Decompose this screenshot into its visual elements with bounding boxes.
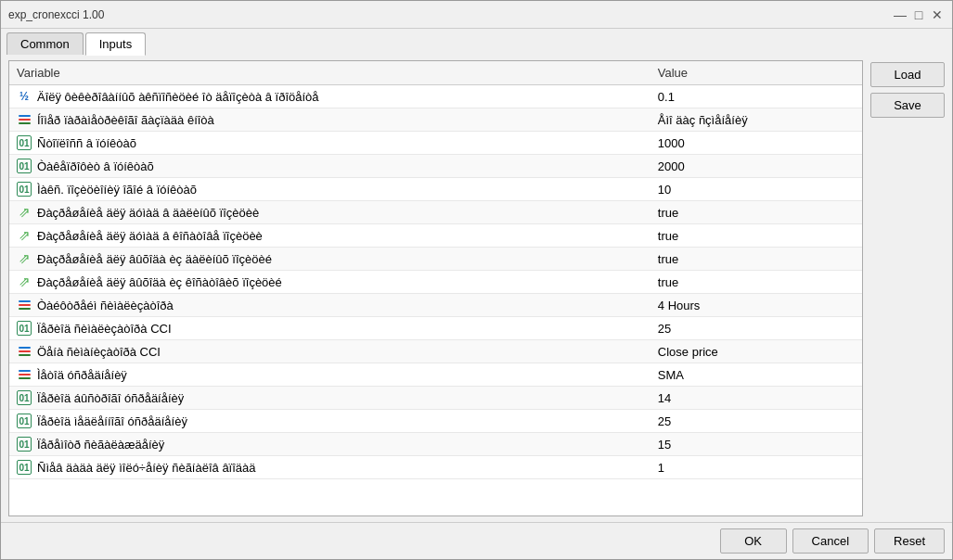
variable-cell: Íîìåð ïàðàìåòðèêîãî ãàçïàäà êíîòà bbox=[9, 108, 650, 131]
variable-text: Ñìåâ äàäà äëÿ ìîëó÷åíèÿ ñèãíàëîâ âïîäàä bbox=[37, 461, 256, 475]
lines-icon bbox=[17, 367, 32, 382]
variable-text: Ïåðèîä áûñòðîãî óñðåäíåíèÿ bbox=[37, 391, 184, 405]
main-content: Variable Value ½Äîëÿ ôèêèðîâàííûõ àêñïîñ… bbox=[1, 55, 952, 522]
title-bar: exp_cronexcci 1.00 — □ ✕ bbox=[1, 1, 952, 29]
value-cell: true bbox=[650, 201, 862, 224]
title-bar-controls: — □ ✕ bbox=[893, 7, 945, 22]
variable-text: Ðàçðåøåíèå äëÿ âûõîäà èç êîñàòîâèõ ïîçèö… bbox=[37, 275, 282, 289]
variable-text: Íîìåð ïàðàìåòðèêîãî ãàçïàäà êíîòà bbox=[37, 113, 214, 127]
inputs-table: Variable Value ½Äîëÿ ôèêèðîâàííûõ àêñïîñ… bbox=[9, 61, 862, 479]
variable-text: Òàéôòðåéì ñèìàëèçàòîðà bbox=[37, 299, 174, 312]
variable-text: Ïåðèîä ìåäëåííîãî óñðåäíåíèÿ bbox=[37, 414, 187, 428]
value-cell: 14 bbox=[650, 387, 862, 410]
variable-cell: Òàéôòðåéì ñèìàëèçàòîðà bbox=[9, 294, 650, 316]
arrow-icon: ⇗ bbox=[17, 251, 32, 266]
variable-text: Òàêåïðîôèò â ïóíêòàõ bbox=[37, 159, 154, 173]
variable-cell: 01Ïåðèîä áûñòðîãî óñðåäíåíèÿ bbox=[9, 387, 650, 409]
value-cell: 1 bbox=[650, 456, 862, 479]
table-row: ½Äîëÿ ôèêèðîâàííûõ àêñïîñèöèé îò äåïîçèò… bbox=[9, 85, 862, 108]
value-cell: true bbox=[650, 271, 862, 294]
variable-text: Ðàçðåøåíèå äëÿ äóìàä â êîñàòîâå ïîçèöèè bbox=[37, 229, 263, 243]
table-row: Öåíà ñèìàíèçàòîðà CCIClose price bbox=[9, 340, 862, 363]
load-button[interactable]: Load bbox=[870, 62, 945, 87]
value-cell: 0.1 bbox=[650, 85, 862, 108]
table-area: Variable Value ½Äîëÿ ôèêèðîâàííûõ àêñïîñ… bbox=[8, 60, 863, 516]
cancel-button[interactable]: Cancel bbox=[792, 528, 869, 554]
half-icon: ½ bbox=[17, 89, 32, 104]
lines-icon bbox=[17, 298, 32, 312]
variable-text: Ñòîïëîññ â ïóíêòàõ bbox=[37, 136, 136, 150]
window-title: exp_cronexcci 1.00 bbox=[8, 8, 104, 21]
minimize-button[interactable]: — bbox=[893, 7, 908, 22]
01-icon: 01 bbox=[17, 159, 32, 173]
maximize-button[interactable]: □ bbox=[911, 7, 926, 22]
variable-cell: 01Ïåðèîä ìåäëåííîãî óñðåäíåíèÿ bbox=[9, 410, 650, 432]
01-icon: 01 bbox=[17, 437, 32, 452]
01-icon: 01 bbox=[17, 460, 32, 475]
table-row: ⇗Ðàçðåøåíèå äëÿ âûõîäà èç êîñàòîâèõ ïîçè… bbox=[9, 271, 862, 294]
tab-bar: Common Inputs bbox=[1, 29, 952, 55]
table-row: 01Òàêåïðîôèò â ïóíêòàõ2000 bbox=[9, 155, 862, 178]
01-icon: 01 bbox=[17, 182, 32, 197]
table-row: 01Ïåðèîä áûñòðîãî óñðåäíåíèÿ14 bbox=[9, 387, 862, 410]
table-row: ⇗Ðàçðåøåíèå äëÿ äóìàä â äàëèíûõ ïîçèöèèt… bbox=[9, 201, 862, 224]
table-row: 01Ñìåâ äàäà äëÿ ìîëó÷åíèÿ ñèãíàëîâ âïîäà… bbox=[9, 456, 862, 479]
01-icon: 01 bbox=[17, 321, 32, 336]
variable-cell: 01Ìàêñ. ïîçèöèîíèÿ îãîé â ïóíêòàõ bbox=[9, 178, 650, 200]
side-buttons: Load Save bbox=[870, 60, 945, 516]
table-row: Ìåòîä óñðåäíåíèÿSMA bbox=[9, 363, 862, 387]
table-row: 01Ìàêñ. ïîçèöèîíèÿ îãîé â ïóíêòàõ10 bbox=[9, 178, 862, 201]
value-cell: true bbox=[650, 248, 862, 271]
variable-text: Ðàçðåøåíèå äëÿ âûõîäà èç äàëèíûõ ïîçèöèé bbox=[37, 252, 272, 266]
value-cell: 2000 bbox=[650, 155, 862, 178]
lines-icon bbox=[17, 344, 32, 359]
table-row: Íîìåð ïàðàìåòðèêîãî ãàçïàäà êíîòàÅìî äàç… bbox=[9, 108, 862, 132]
table-row: 01Ïåðèîä ñèìàëèçàòîðà CCI25 bbox=[9, 317, 862, 340]
variable-cell: 01Ïåðåìîòð ñèãàëàæäåíèÿ bbox=[9, 433, 650, 455]
value-cell: 25 bbox=[650, 317, 862, 340]
table-row: ⇗Ðàçðåøåíèå äëÿ âûõîäà èç äàëèíûõ ïîçèöè… bbox=[9, 248, 862, 271]
arrow-icon: ⇗ bbox=[17, 205, 32, 220]
variable-cell: 01Ñìåâ äàäà äëÿ ìîëó÷åíèÿ ñèãíàëîâ âïîäà… bbox=[9, 456, 650, 478]
variable-cell: ⇗Ðàçðåøåíèå äëÿ äóìàä â äàëèíûõ ïîçèöèè bbox=[9, 201, 650, 223]
value-cell: 1000 bbox=[650, 132, 862, 155]
table-row: 01Ïåðåìîòð ñèãàëàæäåíèÿ15 bbox=[9, 433, 862, 456]
variable-cell: ½Äîëÿ ôèêèðîâàííûõ àêñïîñèöèé îò äåïîçèò… bbox=[9, 85, 650, 108]
variable-text: Ïåðåìîòð ñèãàëàæäåíèÿ bbox=[37, 438, 164, 452]
variable-text: Öåíà ñèìàíèçàòîðà CCI bbox=[37, 345, 161, 359]
tab-inputs[interactable]: Inputs bbox=[85, 32, 146, 56]
variable-text: Ðàçðåøåíèå äëÿ äóìàä â äàëèíûõ ïîçèöèè bbox=[37, 206, 259, 220]
value-cell: 25 bbox=[650, 410, 862, 433]
close-button[interactable]: ✕ bbox=[930, 7, 945, 22]
lines-icon bbox=[17, 112, 32, 127]
col-value-header: Value bbox=[650, 61, 862, 85]
ok-button[interactable]: OK bbox=[720, 528, 787, 554]
tab-common[interactable]: Common bbox=[6, 32, 84, 55]
value-cell: 15 bbox=[650, 433, 862, 456]
save-button[interactable]: Save bbox=[870, 93, 945, 118]
value-cell: Åìî äàç ñçìåíåíèÿ bbox=[650, 108, 862, 132]
table-row: 01Ïåðèîä ìåäëåííîãî óñðåäíåíèÿ25 bbox=[9, 410, 862, 433]
reset-button[interactable]: Reset bbox=[874, 528, 945, 554]
variable-cell: ⇗Ðàçðåøåíèå äëÿ äóìàä â êîñàòîâå ïîçèöèè bbox=[9, 224, 650, 247]
value-cell: SMA bbox=[650, 363, 862, 387]
01-icon: 01 bbox=[17, 414, 32, 428]
arrow-icon: ⇗ bbox=[17, 228, 32, 243]
variable-cell: ⇗Ðàçðåøåíèå äëÿ âûõîäà èç êîñàòîâèõ ïîçè… bbox=[9, 271, 650, 293]
arrow-icon: ⇗ bbox=[17, 274, 32, 289]
variable-cell: ⇗Ðàçðåøåíèå äëÿ âûõîäà èç äàëèíûõ ïîçèöè… bbox=[9, 248, 650, 270]
value-cell: 10 bbox=[650, 178, 862, 201]
variable-cell: 01Ñòîïëîññ â ïóíêòàõ bbox=[9, 132, 650, 154]
table-row: 01Ñòîïëîññ â ïóíêòàõ1000 bbox=[9, 132, 862, 155]
01-icon: 01 bbox=[17, 135, 32, 150]
variable-text: Ìàêñ. ïîçèöèîíèÿ îãîé â ïóíêòàõ bbox=[37, 183, 197, 197]
table-row: ⇗Ðàçðåøåíèå äëÿ äóìàä â êîñàòîâå ïîçèöèè… bbox=[9, 224, 862, 248]
variable-text: Ìåòîä óñðåäíåíèÿ bbox=[37, 368, 127, 382]
table-row: Òàéôòðåéì ñèìàëèçàòîðà4 Hours bbox=[9, 294, 862, 317]
bottom-bar: OK Cancel Reset bbox=[1, 522, 952, 559]
value-cell: 4 Hours bbox=[650, 294, 862, 317]
variable-text: Äîëÿ ôèêèðîâàííûõ àêñïîñèöèé îò äåïîçèòà… bbox=[37, 90, 319, 104]
main-window: exp_cronexcci 1.00 — □ ✕ Common Inputs V… bbox=[0, 0, 953, 560]
variable-cell: 01Òàêåïðîôèò â ïóíêòàõ bbox=[9, 155, 650, 177]
value-cell: Close price bbox=[650, 340, 862, 363]
